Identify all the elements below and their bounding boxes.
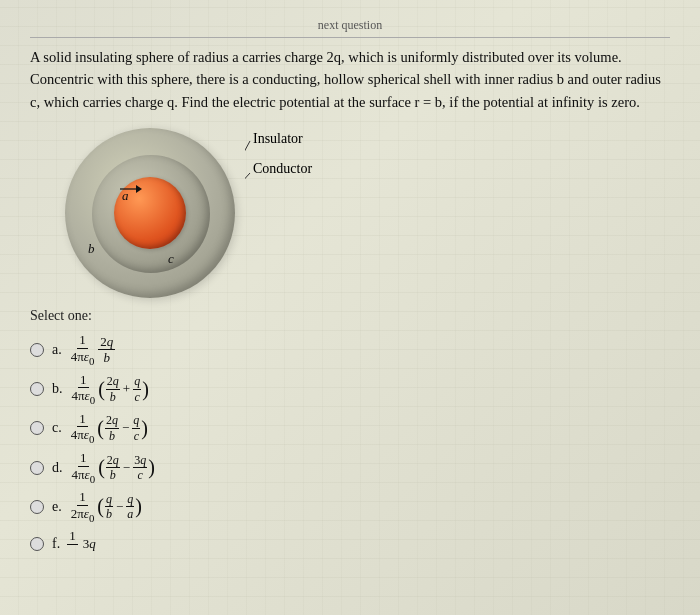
option-label-b: b. 1 4πε0 ( 2q b + q c ) [52,372,149,407]
question-text: A solid insulating sphere of radius a ca… [30,46,670,113]
letter-c: c. [52,420,62,436]
page: next question A solid insulating sphere … [0,0,700,615]
option-row-b[interactable]: b. 1 4πε0 ( 2q b + q c ) [30,372,670,407]
letter-f: f. [52,536,60,552]
diagram-labels: a b c [60,123,240,298]
inner-frac-d2: 3q c [133,453,147,483]
inner-frac-e2: q a [126,492,134,522]
frac-d: 1 4πε0 [70,450,98,485]
radio-f[interactable] [30,537,44,551]
top-bar: next question [30,18,670,38]
arrow-a-svg [120,181,145,197]
radio-d[interactable] [30,461,44,475]
diagram-area: a b c Insulator [60,123,670,298]
inner-frac-e1: q b [105,492,113,522]
inner-frac-b1: 2q b [106,374,120,404]
frac-f: 1 [67,528,78,560]
frac-e: 1 2πε0 [69,489,97,524]
radio-c[interactable] [30,421,44,435]
option-row-d[interactable]: d. 1 4πε0 ( 2q b − 3q c ) [30,450,670,485]
option-label-d: d. 1 4πε0 ( 2q b − 3q c ) [52,450,155,485]
letter-e: e. [52,499,62,515]
frac-b: 1 4πε0 [70,372,98,407]
inner-frac-b2: q c [133,374,141,404]
select-label: Select one: [30,308,670,324]
option-row-f[interactable]: f. 1 3q [30,528,670,560]
letter-a: a. [52,342,62,358]
inner-frac-c2: q c [132,413,140,443]
svg-line-3 [245,173,250,195]
svg-marker-1 [136,185,142,193]
select-section: Select one: a. 1 4πε0 2q b [30,308,670,560]
option-label-a: a. 1 4πε0 2q b [52,332,116,367]
option-row-a[interactable]: a. 1 4πε0 2q b [30,332,670,367]
radio-e[interactable] [30,500,44,514]
sphere-diagram: a b c [60,123,240,298]
content: next question A solid insulating sphere … [30,18,670,560]
label-c: c [168,251,174,267]
frac-a2: 2q b [98,334,115,366]
option-label-f: f. 1 3q [52,528,96,560]
letter-b: b. [52,381,63,397]
callout-container: Insulator Conductor [245,123,425,247]
inner-frac-c1: 2q b [105,413,119,443]
insulator-label: Insulator [253,131,303,147]
option-row-c[interactable]: c. 1 4πε0 ( 2q b − q c ) [30,411,670,446]
label-b: b [88,241,95,257]
radio-a[interactable] [30,343,44,357]
inner-frac-d1: 2q b [106,453,120,483]
option-row-e[interactable]: e. 1 2πε0 ( q b − q a ) [30,489,670,524]
option-label-c: c. 1 4πε0 ( 2q b − q c ) [52,411,148,446]
svg-line-2 [245,141,250,178]
frac-a: 1 4πε0 [69,332,97,367]
letter-d: d. [52,460,63,476]
conductor-label: Conductor [253,161,312,177]
option-label-e: e. 1 2πε0 ( q b − q a ) [52,489,142,524]
radio-b[interactable] [30,382,44,396]
frac-c: 1 4πε0 [69,411,97,446]
